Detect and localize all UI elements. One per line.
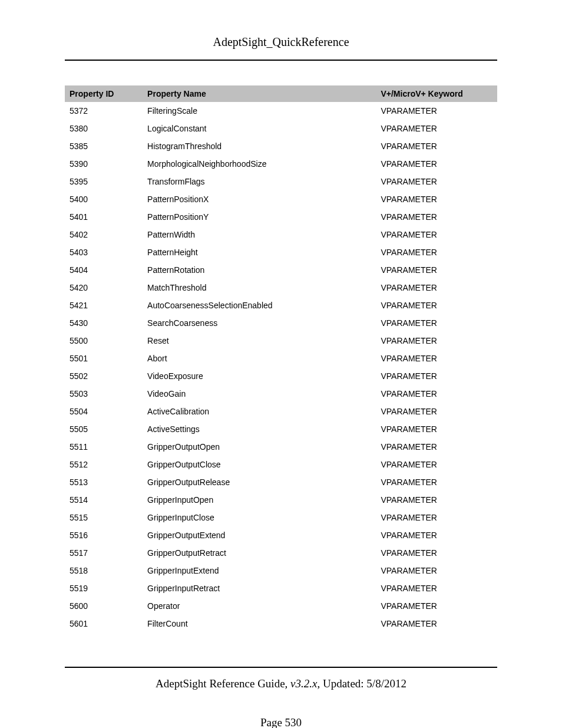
cell-property-id: 5519 [65,579,143,597]
footer-version: , v3.2.x [285,677,318,690]
cell-property-id: 5500 [65,332,143,350]
footer-divider [65,667,497,668]
cell-keyword: VPARAMETER [376,597,497,615]
page-header-title: AdeptSight_QuickReference [65,35,497,61]
col-header-keyword: V+/MicroV+ Keyword [376,85,497,102]
cell-property-name: GripperInputRetract [143,579,376,597]
cell-property-name: PatternRotation [143,261,376,279]
cell-property-id: 5404 [65,261,143,279]
cell-property-name: GripperInputExtend [143,562,376,579]
cell-property-id: 5516 [65,526,143,544]
cell-property-id: 5503 [65,385,143,403]
cell-property-id: 5601 [65,615,143,633]
cell-keyword: VPARAMETER [376,226,497,243]
cell-property-name: VideoGain [143,385,376,403]
cell-property-name: MorphologicalNeighborhoodSize [143,155,376,173]
cell-property-id: 5430 [65,314,143,332]
cell-property-id: 5512 [65,456,143,473]
page-number: Page 530 [65,716,497,728]
table-row: 5519GripperInputRetractVPARAMETER [65,579,497,597]
cell-property-name: FilteringScale [143,102,376,120]
table-row: 5500ResetVPARAMETER [65,332,497,350]
cell-keyword: VPARAMETER [376,120,497,137]
property-table: Property ID Property Name V+/MicroV+ Key… [65,85,497,633]
cell-property-name: SearchCoarseness [143,314,376,332]
footer-updated: , Updated: 5/8/2012 [317,677,406,690]
cell-keyword: VPARAMETER [376,562,497,579]
table-row: 5504ActiveCalibrationVPARAMETER [65,403,497,420]
cell-property-name: TransformFlags [143,173,376,190]
cell-property-id: 5372 [65,102,143,120]
col-header-property-id: Property ID [65,85,143,102]
cell-keyword: VPARAMETER [376,473,497,491]
cell-keyword: VPARAMETER [376,208,497,226]
cell-keyword: VPARAMETER [376,420,497,438]
cell-property-name: Reset [143,332,376,350]
cell-property-name: GripperOutputExtend [143,526,376,544]
cell-property-name: VideoExposure [143,367,376,385]
cell-keyword: VPARAMETER [376,173,497,190]
cell-property-name: GripperOutputRetract [143,544,376,562]
cell-property-name: LogicalConstant [143,120,376,137]
cell-property-name: PatternPositionY [143,208,376,226]
cell-property-id: 5380 [65,120,143,137]
cell-keyword: VPARAMETER [376,332,497,350]
table-row: 5390MorphologicalNeighborhoodSizeVPARAME… [65,155,497,173]
cell-property-id: 5420 [65,279,143,297]
cell-property-name: ActiveCalibration [143,403,376,420]
table-row: 5511GripperOutputOpenVPARAMETER [65,438,497,456]
table-row: 5385HistogramThresholdVPARAMETER [65,137,497,155]
cell-property-id: 5395 [65,173,143,190]
cell-property-name: PatternHeight [143,243,376,261]
table-row: 5400PatternPositionXVPARAMETER [65,190,497,208]
table-row: 5517GripperOutputRetractVPARAMETER [65,544,497,562]
cell-property-id: 5514 [65,491,143,509]
table-row: 5501AbortVPARAMETER [65,350,497,367]
cell-keyword: VPARAMETER [376,456,497,473]
cell-keyword: VPARAMETER [376,137,497,155]
cell-keyword: VPARAMETER [376,385,497,403]
cell-property-name: Abort [143,350,376,367]
cell-keyword: VPARAMETER [376,261,497,279]
table-body: 5372FilteringScaleVPARAMETER5380LogicalC… [65,102,497,633]
cell-property-name: FilterCount [143,615,376,633]
cell-property-id: 5385 [65,137,143,155]
footer-guide-name: AdeptSight Reference Guide [156,677,285,690]
cell-property-name: PatternPositionX [143,190,376,208]
table-row: 5503VideoGainVPARAMETER [65,385,497,403]
cell-property-name: ActiveSettings [143,420,376,438]
cell-property-id: 5401 [65,208,143,226]
footer-citation: AdeptSight Reference Guide, v3.2.x, Upda… [65,677,497,690]
table-header-row: Property ID Property Name V+/MicroV+ Key… [65,85,497,102]
table-row: 5502VideoExposureVPARAMETER [65,367,497,385]
table-row: 5380LogicalConstantVPARAMETER [65,120,497,137]
table-row: 5514GripperInputOpenVPARAMETER [65,491,497,509]
cell-keyword: VPARAMETER [376,509,497,526]
cell-property-name: MatchThreshold [143,279,376,297]
table-row: 5512GripperOutputCloseVPARAMETER [65,456,497,473]
cell-property-id: 5518 [65,562,143,579]
cell-keyword: VPARAMETER [376,579,497,597]
table-row: 5420MatchThresholdVPARAMETER [65,279,497,297]
cell-property-id: 5421 [65,297,143,314]
cell-property-name: GripperInputClose [143,509,376,526]
cell-keyword: VPARAMETER [376,350,497,367]
cell-property-name: GripperInputOpen [143,491,376,509]
page-footer: AdeptSight Reference Guide, v3.2.x, Upda… [65,667,497,728]
cell-keyword: VPARAMETER [376,438,497,456]
cell-property-name: Operator [143,597,376,615]
cell-property-id: 5513 [65,473,143,491]
cell-keyword: VPARAMETER [376,615,497,633]
cell-property-name: GripperOutputClose [143,456,376,473]
cell-keyword: VPARAMETER [376,279,497,297]
cell-property-id: 5402 [65,226,143,243]
cell-property-id: 5517 [65,544,143,562]
cell-keyword: VPARAMETER [376,367,497,385]
cell-keyword: VPARAMETER [376,190,497,208]
cell-property-id: 5502 [65,367,143,385]
table-row: 5518GripperInputExtendVPARAMETER [65,562,497,579]
cell-keyword: VPARAMETER [376,155,497,173]
cell-keyword: VPARAMETER [376,491,497,509]
cell-property-id: 5515 [65,509,143,526]
cell-property-id: 5600 [65,597,143,615]
